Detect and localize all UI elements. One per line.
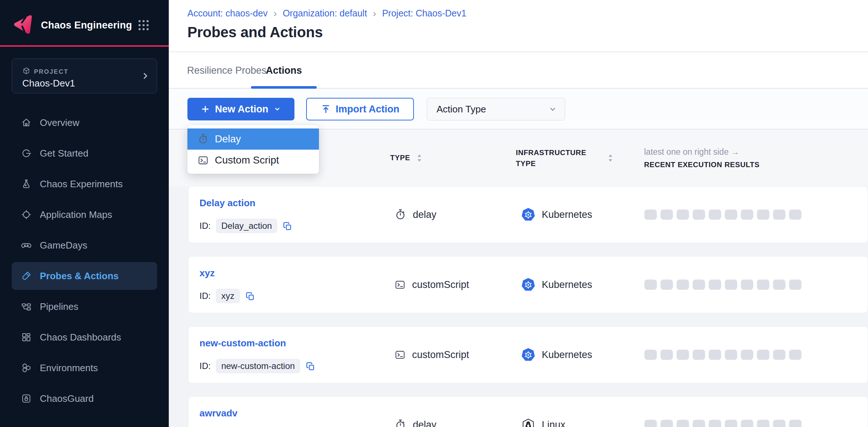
action-id-value: Delay_action [216, 219, 278, 233]
type-value: customScript [412, 349, 469, 361]
sidebar-item-get-started[interactable]: Get Started [12, 139, 157, 167]
chevron-right-icon [141, 71, 150, 81]
menu-item-custom-script[interactable]: Custom Script [187, 150, 319, 171]
actions-table-body: Delay action ID: Delay_action delay [169, 186, 868, 427]
import-action-label: Import Action [336, 104, 400, 115]
import-icon [321, 104, 331, 114]
column-header-recent-results: latest one on right side → RECENT EXECUT… [644, 130, 760, 186]
action-name-link[interactable]: new-custom-action [199, 338, 286, 349]
toolbar: New Action Import Action Action Type [169, 89, 868, 130]
hexagons-icon [21, 362, 32, 373]
active-tab-underline [251, 86, 317, 89]
infrastructure-value: Kubernetes [542, 279, 592, 291]
sort-icon[interactable] [607, 153, 614, 163]
breadcrumb-organization-link[interactable]: Organization: default [283, 8, 367, 19]
sidebar-item-label: Get Started [40, 148, 88, 159]
type-value: delay [413, 209, 437, 220]
column-header-recent-label: RECENT EXECUTION RESULTS [644, 161, 760, 169]
sidebar-item-pipelines[interactable]: Pipelines [12, 293, 157, 320]
latest-hint-text: latest one on right side → [644, 147, 739, 157]
breadcrumb-project-link[interactable]: Project: Chaos-Dev1 [382, 8, 467, 19]
page-title: Probes and Actions [187, 24, 323, 41]
terminal-icon [197, 154, 209, 166]
breadcrumb-account-link[interactable]: Account: chaos-dev [187, 8, 268, 19]
kubernetes-icon [521, 277, 536, 292]
test-tube-icon [21, 270, 32, 281]
recent-execution-placeholders [644, 350, 802, 360]
column-header-type: TYPE [390, 130, 423, 186]
action-id-value: xyz [216, 289, 240, 303]
project-selector[interactable]: PROJECT Chaos-Dev1 [12, 58, 157, 93]
new-action-label: New Action [215, 104, 268, 115]
column-header-infrastructure-label: INFRASTRUCTURE TYPE [516, 147, 596, 169]
linux-icon [521, 418, 536, 427]
table-row: awrvadv delay Linux [188, 396, 868, 427]
terminal-icon [394, 349, 406, 361]
sidebar-item-application-maps[interactable]: Application Maps [12, 201, 157, 228]
cube-icon [22, 67, 30, 75]
flask-icon [21, 178, 32, 189]
id-label: ID: [199, 291, 211, 301]
action-name-link[interactable]: awrvadv [199, 408, 237, 419]
copy-icon[interactable] [305, 361, 315, 371]
type-cell: delay [394, 186, 437, 243]
plus-icon [201, 104, 210, 114]
sidebar-item-chaos-experiments[interactable]: Chaos Experiments [12, 170, 157, 198]
breadcrumb-separator: › [274, 8, 277, 19]
target-icon [21, 209, 32, 220]
recent-execution-placeholders [644, 420, 802, 427]
tab-actions[interactable]: Actions [251, 52, 317, 89]
chevron-down-icon [548, 104, 557, 114]
menu-item-label: Delay [215, 133, 241, 145]
copy-icon[interactable] [282, 221, 292, 231]
breadcrumb: Account: chaos-dev › Organization: defau… [187, 8, 467, 19]
stopwatch-icon [197, 133, 209, 145]
infrastructure-cell: Kubernetes [521, 327, 592, 383]
new-action-dropdown-menu: Delay Custom Script [187, 125, 319, 174]
table-row: Delay action ID: Delay_action delay [188, 186, 868, 243]
action-id-row: ID: Delay_action [199, 219, 292, 233]
sort-icon[interactable] [416, 153, 423, 163]
breadcrumb-separator: › [373, 8, 376, 19]
action-type-select[interactable]: Action Type [427, 98, 565, 120]
sidebar-item-label: GameDays [40, 240, 87, 251]
dashboards-icon [21, 332, 32, 343]
sidebar-nav: Overview Get Started Chaos Experiments A… [12, 109, 157, 415]
infrastructure-cell: Kubernetes [521, 186, 592, 243]
tabs: Resilience Probes Actions [169, 52, 868, 89]
sidebar-item-environments[interactable]: Environments [12, 354, 157, 382]
infrastructure-cell: Kubernetes [521, 257, 592, 313]
sidebar: Chaos Engineering PROJECT Chaos-Dev1 Ove… [0, 0, 169, 427]
action-type-value: Action Type [437, 104, 486, 115]
action-name-link[interactable]: Delay action [199, 197, 255, 209]
action-name-link[interactable]: xyz [199, 268, 215, 279]
infrastructure-value: Kubernetes [542, 209, 592, 220]
chevron-down-icon [273, 105, 281, 113]
app-switcher-grid-icon[interactable] [137, 19, 150, 31]
copy-icon[interactable] [245, 291, 255, 301]
sidebar-item-gamedays[interactable]: GameDays [12, 231, 157, 259]
sidebar-item-chaosguard[interactable]: ChaosGuard [12, 385, 157, 412]
new-action-button[interactable]: New Action [187, 98, 294, 120]
id-label: ID: [199, 221, 211, 231]
type-cell: delay [394, 397, 437, 427]
main-content: Account: chaos-dev › Organization: defau… [169, 0, 868, 427]
sidebar-item-label: Overview [40, 117, 79, 128]
kubernetes-icon [521, 347, 536, 362]
action-id-row: ID: xyz [199, 289, 255, 303]
sidebar-item-label: Chaos Dashboards [40, 332, 121, 343]
sidebar-item-label: Chaos Experiments [40, 178, 123, 190]
action-id-row: ID: new-custom-action [199, 359, 315, 373]
infrastructure-value: Linux [542, 419, 566, 427]
get-started-icon [21, 148, 32, 159]
infrastructure-value: Kubernetes [542, 349, 592, 361]
terminal-icon [394, 279, 406, 291]
sidebar-item-chaos-dashboards[interactable]: Chaos Dashboards [12, 323, 157, 351]
sidebar-item-probes-actions[interactable]: Probes & Actions [12, 262, 157, 290]
recent-execution-placeholders [644, 209, 802, 220]
sidebar-item-overview[interactable]: Overview [12, 109, 157, 136]
menu-item-delay[interactable]: Delay [187, 128, 319, 150]
id-label: ID: [199, 361, 211, 371]
import-action-button[interactable]: Import Action [306, 98, 414, 120]
harness-chaos-logo-icon[interactable] [13, 15, 34, 34]
